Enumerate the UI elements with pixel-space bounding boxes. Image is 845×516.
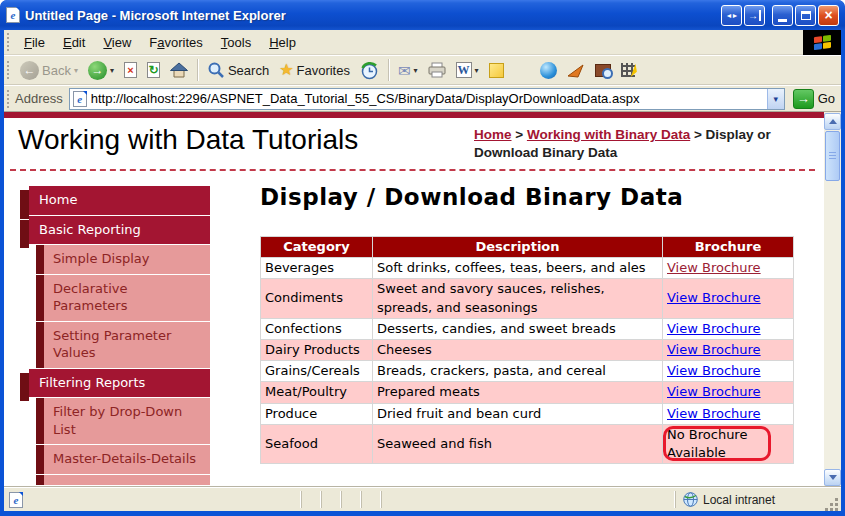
- home-button[interactable]: [165, 60, 193, 80]
- vm-detach-button[interactable]: →: [744, 5, 765, 26]
- sidebar-item-master-details-details[interactable]: Master-Details-Details: [36, 445, 210, 474]
- stop-button[interactable]: ×: [119, 60, 142, 80]
- close-button[interactable]: ×: [818, 5, 839, 26]
- cell-description: Sweet and savory sauces, relishes, sprea…: [373, 279, 663, 318]
- cell-brochure: View Brochure: [663, 339, 794, 360]
- view-brochure-link[interactable]: View Brochure: [667, 290, 761, 305]
- windows-logo: [803, 30, 841, 55]
- sidebar-item-basic-reporting[interactable]: Basic Reporting: [29, 216, 210, 245]
- cell-brochure: View Brochure: [663, 361, 794, 382]
- cell-description: Desserts, candies, and sweet breads: [373, 318, 663, 339]
- status-pane: [381, 491, 397, 508]
- site-title: Working with Data Tutorials: [18, 124, 358, 156]
- favorites-star-icon: ★: [279, 62, 293, 78]
- toolbar-grip[interactable]: [7, 90, 10, 108]
- scroll-up-button[interactable]: [824, 113, 841, 130]
- menu-favorites[interactable]: Favorites: [140, 32, 211, 53]
- edit-with-word-button[interactable]: W ▾: [451, 60, 484, 80]
- sidebar-item-setting-parameter-values[interactable]: Setting Parameter Values: [36, 322, 210, 368]
- plugin-button[interactable]: [616, 61, 640, 79]
- scrollbar-thumb[interactable]: [825, 131, 840, 181]
- table-row: BeveragesSoft drinks, coffees, teas, bee…: [261, 258, 794, 279]
- go-button[interactable]: →: [793, 89, 814, 109]
- address-dropdown-button[interactable]: ▾: [767, 89, 784, 109]
- forward-button[interactable]: → ▾: [83, 59, 119, 82]
- maximize-icon: [801, 11, 811, 20]
- menu-tools[interactable]: Tools: [212, 32, 260, 53]
- cell-category: Seafood: [261, 424, 373, 463]
- favorites-button[interactable]: ★ Favorites: [274, 60, 355, 80]
- view-brochure-link[interactable]: View Brochure: [667, 260, 761, 275]
- history-button[interactable]: [355, 59, 384, 82]
- browser-window: e Untitled Page - Microsoft Internet Exp…: [0, 0, 845, 516]
- table-row: Grains/CerealsBreads, crackers, pasta, a…: [261, 361, 794, 382]
- addon-button[interactable]: [562, 61, 590, 80]
- status-bar: e Local intranet: [4, 487, 841, 511]
- forward-icon: →: [88, 61, 107, 80]
- menu-edit[interactable]: Edit: [54, 32, 94, 53]
- address-label: Address: [15, 91, 63, 106]
- print-button[interactable]: [423, 60, 451, 80]
- no-brochure-text: No Brochure Available: [667, 427, 747, 460]
- cell-category: Meat/Poultry: [261, 382, 373, 403]
- back-icon: ←: [20, 61, 39, 80]
- toolbar-grip[interactable]: [7, 33, 10, 51]
- minimize-icon: [778, 19, 787, 22]
- page-content: Working with Data Tutorials Home > Worki…: [4, 112, 841, 487]
- back-dropdown-icon: ▾: [74, 66, 78, 75]
- view-brochure-link[interactable]: View Brochure: [667, 342, 761, 357]
- sidebar-item-filtering-reports[interactable]: Filtering Reports: [29, 369, 210, 398]
- column-header-category: Category: [261, 237, 373, 258]
- scroll-down-button[interactable]: [824, 469, 841, 486]
- vm-resize-button[interactable]: ◄►: [721, 5, 742, 26]
- toolbar-grip[interactable]: [7, 61, 10, 79]
- minimize-button[interactable]: [772, 5, 793, 26]
- maximize-button[interactable]: [795, 5, 816, 26]
- research-button[interactable]: [590, 62, 616, 79]
- sidebar-item-declarative-parameters[interactable]: Declarative Parameters: [36, 275, 210, 321]
- status-pane: [321, 491, 337, 508]
- vertical-scrollbar[interactable]: [824, 112, 841, 487]
- breadcrumb-home-link[interactable]: Home: [474, 127, 512, 142]
- address-input[interactable]: e http://localhost:2296/ASPNET_Data_Tuto…: [69, 88, 785, 110]
- menu-file[interactable]: File: [15, 32, 54, 53]
- home-icon: [170, 62, 188, 78]
- sidebar-item-simple-display[interactable]: Simple Display: [36, 245, 210, 274]
- cell-description: Breads, crackers, pasta, and cereal: [373, 361, 663, 382]
- table-row: ProduceDried fruit and bean curdView Bro…: [261, 403, 794, 424]
- refresh-button[interactable]: ↻: [142, 60, 165, 80]
- word-icon: W: [456, 62, 472, 78]
- sidebar-item-partial-item[interactable]: [36, 475, 210, 485]
- search-button[interactable]: Search: [202, 59, 274, 81]
- search-icon: [207, 61, 225, 79]
- table-row: ConfectionsDesserts, candies, and sweet …: [261, 318, 794, 339]
- forward-dropdown-icon: ▾: [110, 66, 114, 75]
- column-header-brochure: Brochure: [663, 237, 794, 258]
- title-bar[interactable]: e Untitled Page - Microsoft Internet Exp…: [0, 0, 845, 30]
- cell-brochure: View Brochure: [663, 403, 794, 424]
- status-pane: [341, 491, 357, 508]
- menu-help[interactable]: Help: [260, 32, 305, 53]
- window-title: Untitled Page - Microsoft Internet Explo…: [25, 8, 716, 23]
- addon-icon: [567, 63, 585, 78]
- view-brochure-link[interactable]: View Brochure: [667, 406, 761, 421]
- mail-button[interactable]: ✉ ▾: [393, 61, 423, 80]
- address-url[interactable]: http://localhost:2296/ASPNET_Data_Tutori…: [91, 91, 763, 106]
- sidebar-item-home[interactable]: Home: [29, 186, 210, 215]
- view-brochure-link[interactable]: View Brochure: [667, 321, 761, 336]
- print-icon: [428, 62, 446, 78]
- resize-grip[interactable]: [824, 497, 838, 511]
- history-icon: [360, 61, 379, 80]
- table-row: CondimentsSweet and savory sauces, relis…: [261, 279, 794, 318]
- discuss-button[interactable]: [484, 61, 509, 80]
- menu-items: FileEditViewFavoritesToolsHelp: [15, 33, 305, 51]
- messenger-button[interactable]: [535, 60, 562, 81]
- cell-category: Dairy Products: [261, 339, 373, 360]
- view-brochure-link[interactable]: View Brochure: [667, 384, 761, 399]
- sidebar-item-filter-by-drop-down-list[interactable]: Filter by Drop-Down List: [36, 398, 210, 444]
- mail-dropdown-icon: ▾: [414, 66, 418, 75]
- menu-view[interactable]: View: [94, 32, 140, 53]
- back-button[interactable]: ← Back ▾: [15, 59, 83, 82]
- view-brochure-link[interactable]: View Brochure: [667, 363, 761, 378]
- breadcrumb-parent-link[interactable]: Working with Binary Data: [527, 127, 690, 142]
